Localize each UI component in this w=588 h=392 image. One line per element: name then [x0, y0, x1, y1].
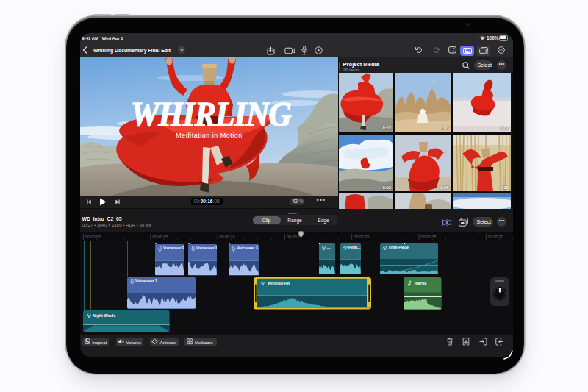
- svg-text:Time Piece: Time Piece: [388, 245, 409, 249]
- svg-text:Whoosh Hit: Whoosh Hit: [268, 281, 290, 285]
- svg-text:Voiceover 1: Voiceover 1: [135, 279, 157, 283]
- svg-text:...: ...: [327, 245, 331, 249]
- svg-text:00:00:20: 00:00:20: [354, 235, 369, 239]
- svg-text:00:00:00: 00:00:00: [85, 235, 101, 239]
- svg-text:00:00:25: 00:00:25: [420, 235, 436, 239]
- svg-text:00:00:05: 00:00:05: [152, 235, 168, 239]
- svg-text:Night Winds: Night Winds: [93, 313, 115, 318]
- svg-text:Voiceover 3: Voiceover 3: [237, 246, 258, 250]
- svg-text:00:00:10: 00:00:10: [219, 235, 234, 239]
- svg-text:Inertia: Inertia: [415, 281, 427, 285]
- svg-text:Voiceover 2: Voiceover 2: [196, 246, 217, 250]
- svg-text:00:00:30: 00:00:30: [487, 235, 503, 239]
- svg-text:High...: High...: [348, 245, 361, 249]
- svg-text:Voiceover 2: Voiceover 2: [163, 246, 184, 250]
